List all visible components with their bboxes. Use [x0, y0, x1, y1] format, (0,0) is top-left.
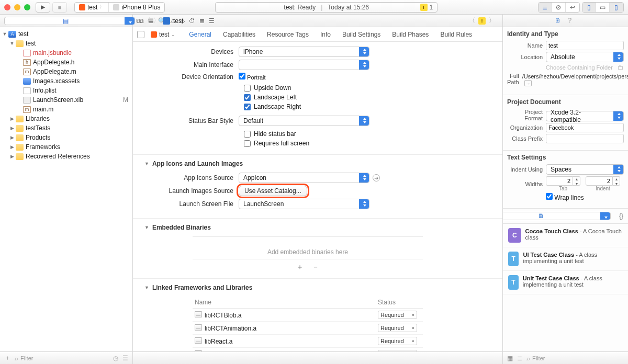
group-testtests[interactable]: ▶testTests	[0, 123, 132, 133]
status-popup[interactable]: Required	[378, 350, 417, 351]
activity-view[interactable]: test: Ready | Today at 15:26 ! 1	[215, 2, 438, 13]
project-root[interactable]: ▼Atest	[0, 29, 132, 39]
indent-width-stepper[interactable]: ▴▾	[586, 176, 620, 186]
stop-button[interactable]: ■	[52, 2, 67, 13]
disclosure-icon[interactable]: ▼	[144, 285, 149, 290]
name-field[interactable]	[546, 41, 624, 50]
class-prefix-field[interactable]	[546, 134, 624, 143]
location-popup[interactable]: Absolute	[546, 52, 624, 62]
file-template-library-icon[interactable]: 🗎	[502, 212, 611, 220]
assistant-editor-icon[interactable]: ⊘	[552, 3, 566, 12]
run-button[interactable]: ▶	[36, 2, 50, 13]
minimize-window-button[interactable]	[14, 4, 20, 10]
library-item[interactable]: TUnit Test Case Class - A class implemen…	[503, 271, 628, 294]
file-launchscreen-xib[interactable]: LaunchScreen.xibM	[0, 95, 132, 105]
tab-info[interactable]: Info	[320, 31, 331, 38]
wrap-lines-checkbox[interactable]	[546, 193, 553, 200]
library-item[interactable]: CCocoa Touch Class - A Cocoa Touch class	[503, 224, 628, 247]
status-popup[interactable]: Required	[378, 324, 417, 332]
file-main-m[interactable]: mmain.m	[0, 105, 132, 114]
tab-build-phases[interactable]: Build Phases	[392, 31, 429, 38]
chk-landscape-left[interactable]	[244, 94, 251, 101]
library-grid-icon[interactable]: ▦	[507, 355, 513, 362]
status-popup[interactable]: Required	[378, 311, 417, 319]
choose-folder-icon[interactable]: 🗀	[618, 64, 624, 71]
breadcrumb-item[interactable]: test	[173, 17, 183, 25]
table-row[interactable]: libRCTBlob.aRequired	[193, 309, 423, 322]
project-format-popup[interactable]: Xcode 3.2-compatible	[546, 111, 624, 121]
tab-build-settings[interactable]: Build Settings	[342, 31, 380, 38]
chk-portrait[interactable]	[239, 73, 245, 79]
right-panel-icon[interactable]: ▯	[610, 3, 623, 12]
warning-icon[interactable]: !	[478, 17, 486, 25]
statusbar-style-popup[interactable]: Default	[239, 116, 369, 126]
close-window-button[interactable]	[4, 4, 10, 10]
table-row[interactable]: libRCTAnimation.aRequired	[193, 322, 423, 335]
tab-build-rules[interactable]: Build Rules	[440, 31, 472, 38]
tab-general[interactable]: General	[189, 31, 211, 38]
jump-bar[interactable]: ⧉ 〈 〉 test 〈 ! 〉	[133, 16, 502, 25]
group-frameworks[interactable]: ▶Frameworks	[0, 142, 132, 152]
disclosure-icon[interactable]: ▼	[144, 225, 149, 230]
tab-resource-tags[interactable]: Resource Tags	[267, 31, 309, 38]
group-products[interactable]: ▶Products	[0, 133, 132, 142]
group-recovered[interactable]: ▶Recovered References	[0, 152, 132, 161]
related-items-icon[interactable]: ⧉	[136, 17, 141, 25]
devices-popup[interactable]: iPhone	[239, 47, 369, 57]
indent-using-popup[interactable]: Spaces	[546, 164, 624, 175]
file-inspector-icon[interactable]: 🗎	[555, 17, 563, 25]
navigator-tabs[interactable]: ▤ ⧉ 𝌆 🔍 ⚠ ◇ ⏱ ≣ ☰	[0, 15, 133, 27]
forward-button[interactable]: 〉	[153, 16, 160, 25]
organization-field[interactable]	[546, 123, 624, 132]
main-interface-popup[interactable]	[239, 60, 369, 70]
bottom-panel-icon[interactable]: ▭	[596, 3, 610, 12]
quick-help-icon[interactable]: ?	[568, 17, 577, 25]
col-status[interactable]: Status	[376, 297, 423, 309]
left-panel-icon[interactable]: ▯	[582, 3, 596, 12]
zoom-window-button[interactable]	[24, 4, 30, 10]
file-info-plist[interactable]: Info.plist	[0, 86, 132, 95]
file-images-xcassets[interactable]: Images.xcassets	[0, 76, 132, 86]
file-main-jsbundle[interactable]: main.jsbundle	[0, 48, 132, 58]
chk-full-screen[interactable]	[244, 140, 251, 147]
col-name[interactable]: Name	[193, 297, 376, 309]
standard-editor-icon[interactable]: ≣	[539, 3, 552, 12]
version-editor-icon[interactable]: ↩	[566, 3, 579, 12]
tab-width-stepper[interactable]: ▴▾	[546, 176, 580, 186]
use-asset-catalog-button[interactable]: Use Asset Catalog...	[239, 186, 307, 196]
jump-to-asset-icon[interactable]: ➜	[373, 174, 380, 181]
library-tabs[interactable]: 🗎 {} ◎ ▦	[503, 209, 628, 224]
editor-mode-segmented[interactable]: ≣ ⊘ ↩	[538, 2, 580, 13]
add-button[interactable]: ＋	[4, 354, 10, 362]
show-targets-list-button[interactable]	[137, 31, 144, 38]
tab-capabilities[interactable]: Capabilities	[223, 31, 255, 38]
inspector-tabs[interactable]: 🗎 ?	[502, 15, 628, 27]
add-embedded-button[interactable]: ＋	[296, 263, 304, 272]
launch-screen-file-popup[interactable]: LaunchScreen	[239, 199, 369, 209]
target-selector[interactable]: test⌄	[149, 31, 181, 38]
reveal-in-finder-icon[interactable]	[524, 80, 532, 86]
group-test[interactable]: ▼test	[0, 39, 132, 48]
library-item[interactable]: TUI Test Case Class - A class implementi…	[503, 247, 628, 271]
project-navigator[interactable]: ▼Atest ▼test main.jsbundle hAppDelegate.…	[0, 27, 133, 351]
group-libraries[interactable]: ▶Libraries	[0, 114, 132, 123]
linked-frameworks-table[interactable]: Name Status libRCTBlob.aRequired libRCTA…	[193, 297, 423, 351]
chk-hide-status[interactable]	[244, 131, 251, 138]
app-icons-source-popup[interactable]: AppIcon	[239, 173, 369, 183]
library-list-icon[interactable]: ≣	[517, 355, 522, 362]
table-row[interactable]: libRCTActionSheet.aRequired	[193, 348, 423, 352]
chk-landscape-right[interactable]	[244, 104, 251, 110]
prev-issue-button[interactable]: 〈	[469, 16, 475, 25]
navigator-filter[interactable]: ⌕Filter	[15, 355, 109, 361]
warning-icon[interactable]: !	[420, 4, 428, 11]
next-issue-button[interactable]: 〉	[489, 16, 495, 25]
file-appdelegate-h[interactable]: hAppDelegate.h	[0, 58, 132, 67]
panel-toggle-segmented[interactable]: ▯ ▭ ▯	[582, 2, 624, 13]
scheme-selector[interactable]: test〉 iPhone 8 Plus	[74, 2, 165, 13]
recent-filter-icon[interactable]: ◷	[113, 355, 118, 362]
scm-filter-icon[interactable]: ☰	[122, 355, 128, 362]
library-list[interactable]: CCocoa Touch Class - A Cocoa Touch class…	[503, 224, 628, 351]
chk-upside-down[interactable]	[244, 85, 251, 92]
back-button[interactable]: 〈	[144, 16, 150, 25]
project-navigator-icon[interactable]: ▤	[4, 17, 135, 25]
